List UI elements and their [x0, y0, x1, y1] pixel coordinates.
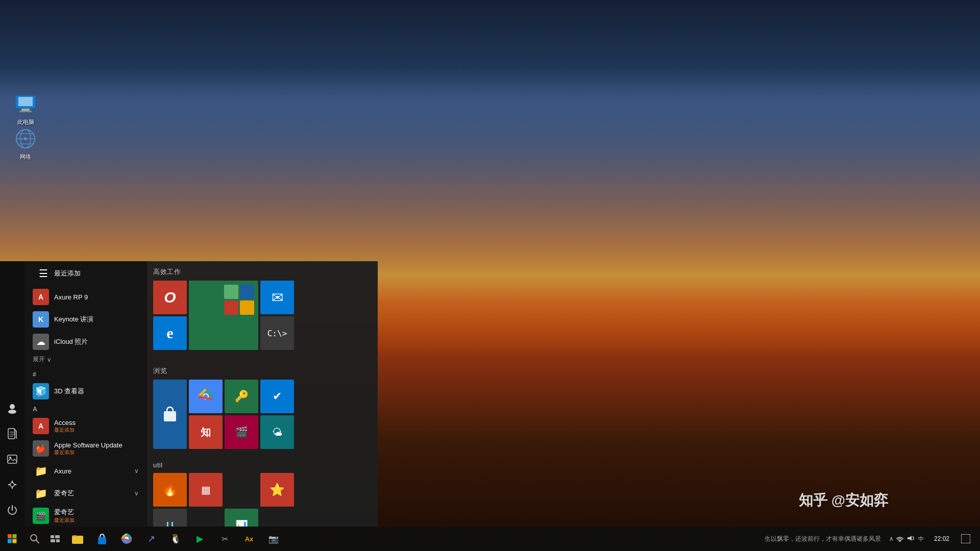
sidebar-pictures-icon[interactable]: [0, 447, 24, 471]
keynote-item-name: Keynote 讲演: [54, 315, 93, 324]
taskbar-app-axure[interactable]: Ax: [237, 527, 261, 551]
aiqiyi-app-name: 爱奇艺: [54, 508, 75, 517]
menu-item-keynote[interactable]: K Keynote 讲演: [24, 308, 147, 331]
snip-icon: ✂: [222, 534, 228, 544]
folder-axure[interactable]: 📁 Axure ∨: [24, 460, 147, 482]
left-panel: ☰ 最近添加 A Axure RP 9 K Keynote 讲演: [24, 261, 147, 527]
chrome-tb-icon: [121, 533, 132, 544]
svg-rect-35: [55, 535, 60, 538]
taskview-icon: [51, 535, 60, 542]
menu-item-apple-sw[interactable]: 🍎 Apple Software Update 最近添加: [24, 437, 147, 460]
store-icon: [97, 533, 107, 544]
access-name: Access: [54, 419, 76, 427]
svg-point-42: [899, 540, 900, 542]
taskbar: ↗ 🐧 ▶ ✂ Ax 📷 生以飘零，还波前行，才有幸偶遇诸多风景: [0, 527, 980, 551]
axure-item-name: Axure RP 9: [54, 293, 88, 301]
tile-util5[interactable]: U: [153, 509, 187, 527]
svg-line-33: [36, 540, 39, 543]
taskbar-app-chrome[interactable]: [114, 527, 139, 551]
taskbar-app-store[interactable]: [90, 527, 114, 551]
taskbar-app-snip[interactable]: ✂: [212, 527, 237, 551]
sidebar-user-icon[interactable]: [0, 396, 24, 420]
tile-util4[interactable]: ⭐: [260, 473, 294, 507]
tile-util7[interactable]: 📊: [225, 509, 258, 527]
tile-keepass[interactable]: 🔑: [225, 380, 258, 413]
taskbar-app-qq[interactable]: 🐧: [163, 527, 188, 551]
tile-store[interactable]: [153, 380, 187, 449]
access-sub: 最近添加: [54, 427, 76, 434]
svg-rect-19: [164, 411, 176, 421]
util4-icon: ⭐: [270, 483, 285, 497]
svg-rect-38: [72, 536, 83, 544]
tile-office365[interactable]: O: [153, 281, 187, 314]
taskbar-clock[interactable]: 22:02: [930, 535, 953, 542]
menu-hamburger[interactable]: ☰ 最近添加: [24, 261, 147, 286]
tile-weather[interactable]: 🌤: [260, 415, 294, 449]
systray-volume-icon[interactable]: [907, 535, 915, 543]
menu-item-3dviewer[interactable]: 🧊 3D 查看器: [24, 380, 147, 403]
weather-icon: 🌤: [272, 427, 282, 438]
apple-sw-name: Apple Software Update: [54, 441, 122, 449]
svg-point-17: [9, 457, 11, 459]
folder-aiqiyi-name: 爱奇艺: [54, 489, 74, 498]
svg-rect-30: [8, 539, 12, 543]
tile-mail[interactable]: ✉: [260, 281, 294, 314]
menu-item-access[interactable]: A Access 最近添加: [24, 415, 147, 437]
desktop-icon-network[interactable]: 网络: [5, 127, 46, 161]
tile-spacer: [225, 473, 258, 507]
sidebar-docs-icon[interactable]: [0, 421, 24, 446]
svg-point-9: [24, 137, 27, 140]
taskbar-app-cam[interactable]: 📷: [261, 527, 286, 551]
start-menu: ☰ 最近添加 A Axure RP 9 K Keynote 讲演: [0, 261, 378, 527]
tile-chrome[interactable]: [189, 380, 223, 413]
tile-readit[interactable]: ✔: [260, 380, 294, 413]
svg-rect-29: [13, 534, 17, 538]
taskbar-taskview-button[interactable]: [45, 527, 65, 551]
desktop-icon-this-pc[interactable]: 此电脑: [5, 92, 46, 126]
svg-rect-36: [51, 539, 55, 542]
network-label: 网络: [20, 153, 31, 161]
explorer-icon: [72, 534, 83, 544]
svg-marker-43: [908, 536, 912, 541]
systray-up-arrow[interactable]: ∧: [889, 535, 894, 542]
tile-greenpackage[interactable]: [189, 281, 258, 350]
aiqiyi-app-sub: 最近添加: [54, 517, 75, 524]
tile-zhihu[interactable]: 知: [189, 415, 223, 449]
folder-aiqiyi[interactable]: 📁 爱奇艺 ∨: [24, 482, 147, 505]
svg-rect-12: [8, 429, 15, 439]
tile-terminal[interactable]: C:\>: [260, 316, 294, 350]
svg-rect-28: [8, 534, 12, 538]
taskbar-app-explorer[interactable]: [65, 527, 90, 551]
browse-label: 浏览: [153, 366, 294, 375]
expand-button[interactable]: 展开 ∨: [24, 353, 147, 368]
taskbar-app-iqiyi[interactable]: ▶: [188, 527, 212, 551]
gaoxiao-label: 高效工作: [153, 267, 294, 277]
sidebar-settings-icon[interactable]: [0, 472, 24, 497]
svg-rect-37: [56, 539, 60, 542]
icloud-item-name: iCloud 照片: [54, 337, 88, 346]
menu-item-icloud[interactable]: ☁ iCloud 照片: [24, 331, 147, 353]
menu-item-aiqiyi-app[interactable]: 🎬 爱奇艺 最近添加: [24, 505, 147, 527]
taskbar-start-button[interactable]: [0, 527, 24, 551]
notification-icon: [961, 534, 970, 543]
cam-icon: 📷: [268, 534, 279, 544]
watermark: 知乎 @安如弈: [799, 491, 888, 510]
zhihu-icon: 知: [201, 425, 211, 439]
tile-util1[interactable]: 🔥: [153, 473, 187, 507]
taskbar-time: 22:02: [934, 535, 949, 542]
svg-point-32: [31, 535, 37, 541]
sidebar-power-icon[interactable]: [0, 498, 24, 522]
tile-edge[interactable]: e: [153, 316, 187, 350]
util1-icon: 🔥: [162, 483, 178, 497]
tile-util2[interactable]: ▦: [189, 473, 223, 507]
menu-item-axure[interactable]: A Axure RP 9: [24, 286, 147, 308]
util7-icon: 📊: [235, 519, 248, 527]
taskbar-systray: ∧ 中: [889, 535, 928, 543]
3dviewer-name: 3D 查看器: [54, 387, 84, 396]
tile-iqiyi[interactable]: 🎬: [225, 415, 258, 449]
taskbar-search-button[interactable]: [24, 527, 45, 551]
taskbar-app-cursor[interactable]: ↗: [139, 527, 163, 551]
svg-rect-31: [13, 539, 17, 543]
iqiyi-icon: 🎬: [235, 426, 248, 438]
taskbar-notification-button[interactable]: [955, 527, 976, 551]
